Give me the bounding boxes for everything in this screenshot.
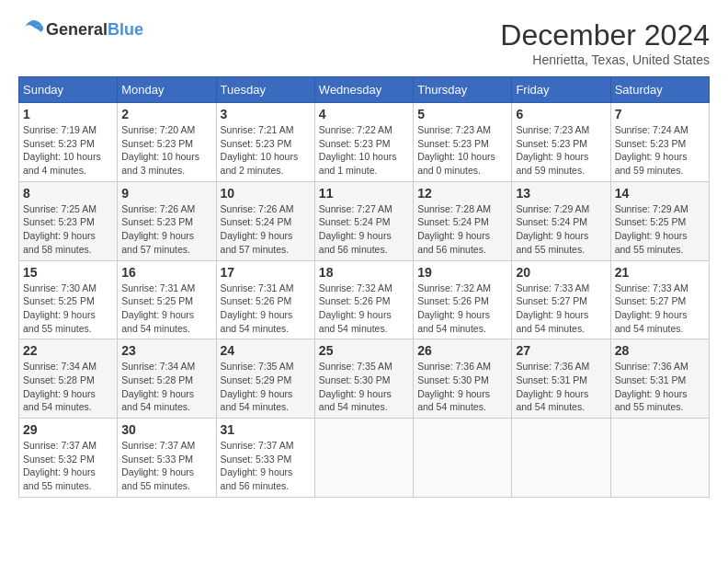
day-number: 6 (516, 107, 606, 121)
day-number: 26 (417, 343, 507, 358)
month-title: December 2024 (500, 18, 710, 52)
page-header: GeneralBlue December 2024 Henrietta, Tex… (18, 18, 710, 67)
calendar-cell: 14Sunrise: 7:29 AMSunset: 5:25 PMDayligh… (610, 181, 709, 260)
day-number: 3 (221, 107, 311, 121)
calendar-cell: 15Sunrise: 7:30 AMSunset: 5:25 PMDayligh… (19, 260, 118, 339)
day-info: Sunrise: 7:37 AMSunset: 5:33 PMDaylight:… (121, 439, 211, 493)
day-number: 19 (417, 265, 507, 280)
calendar-cell: 4Sunrise: 7:22 AMSunset: 5:23 PMDaylight… (314, 103, 413, 182)
day-info: Sunrise: 7:36 AMSunset: 5:30 PMDaylight:… (417, 360, 507, 414)
day-number: 28 (615, 343, 705, 358)
calendar-cell: 11Sunrise: 7:27 AMSunset: 5:24 PMDayligh… (314, 181, 413, 260)
calendar-cell: 24Sunrise: 7:35 AMSunset: 5:29 PMDayligh… (216, 339, 314, 419)
calendar-cell: 9Sunrise: 7:26 AMSunset: 5:23 PMDaylight… (118, 181, 216, 260)
calendar-cell: 25Sunrise: 7:35 AMSunset: 5:30 PMDayligh… (314, 339, 413, 419)
calendar-cell: 3Sunrise: 7:21 AMSunset: 5:23 PMDaylight… (216, 103, 314, 182)
col-header-wednesday: Wednesday (314, 77, 413, 103)
calendar-cell: 12Sunrise: 7:28 AMSunset: 5:24 PMDayligh… (414, 181, 512, 260)
day-info: Sunrise: 7:23 AMSunset: 5:23 PMDaylight:… (417, 123, 507, 178)
col-header-friday: Friday (512, 77, 610, 103)
calendar-cell (414, 419, 512, 498)
day-info: Sunrise: 7:32 AMSunset: 5:26 PMDaylight:… (319, 282, 409, 336)
calendar-header-row: SundayMondayTuesdayWednesdayThursdayFrid… (19, 77, 710, 103)
day-number: 17 (221, 265, 311, 280)
calendar-cell (512, 419, 610, 498)
day-number: 15 (23, 265, 113, 280)
day-info: Sunrise: 7:21 AMSunset: 5:23 PMDaylight:… (221, 123, 311, 178)
day-number: 23 (121, 343, 211, 358)
logo: GeneralBlue (18, 18, 143, 42)
day-info: Sunrise: 7:31 AMSunset: 5:25 PMDaylight:… (121, 282, 211, 336)
day-info: Sunrise: 7:31 AMSunset: 5:26 PMDaylight:… (221, 282, 311, 336)
day-info: Sunrise: 7:27 AMSunset: 5:24 PMDaylight:… (319, 202, 409, 257)
calendar-cell: 27Sunrise: 7:36 AMSunset: 5:31 PMDayligh… (512, 339, 610, 419)
day-info: Sunrise: 7:34 AMSunset: 5:28 PMDaylight:… (121, 360, 211, 414)
day-number: 5 (417, 107, 507, 121)
day-info: Sunrise: 7:24 AMSunset: 5:23 PMDaylight:… (615, 123, 705, 178)
day-number: 25 (319, 343, 409, 358)
day-info: Sunrise: 7:37 AMSunset: 5:33 PMDaylight:… (221, 439, 311, 493)
calendar-cell: 17Sunrise: 7:31 AMSunset: 5:26 PMDayligh… (216, 260, 314, 339)
calendar-cell: 29Sunrise: 7:37 AMSunset: 5:32 PMDayligh… (19, 419, 118, 498)
day-number: 1 (23, 107, 113, 121)
day-info: Sunrise: 7:36 AMSunset: 5:31 PMDaylight:… (516, 360, 606, 414)
day-info: Sunrise: 7:33 AMSunset: 5:27 PMDaylight:… (615, 282, 705, 336)
day-number: 13 (516, 186, 606, 201)
day-number: 7 (615, 107, 705, 121)
day-number: 10 (221, 186, 311, 201)
day-number: 14 (615, 186, 705, 201)
day-number: 20 (516, 265, 606, 280)
calendar-cell: 28Sunrise: 7:36 AMSunset: 5:31 PMDayligh… (610, 339, 709, 419)
day-info: Sunrise: 7:36 AMSunset: 5:31 PMDaylight:… (615, 360, 705, 414)
calendar-cell: 1Sunrise: 7:19 AMSunset: 5:23 PMDaylight… (19, 103, 118, 182)
day-number: 11 (319, 186, 409, 201)
day-number: 29 (23, 422, 113, 437)
day-info: Sunrise: 7:32 AMSunset: 5:26 PMDaylight:… (417, 282, 507, 336)
day-number: 24 (221, 343, 311, 358)
day-number: 12 (417, 186, 507, 201)
day-number: 22 (23, 343, 113, 358)
day-info: Sunrise: 7:22 AMSunset: 5:23 PMDaylight:… (319, 123, 409, 178)
calendar-table: SundayMondayTuesdayWednesdayThursdayFrid… (18, 76, 710, 498)
day-number: 2 (121, 107, 211, 121)
day-info: Sunrise: 7:20 AMSunset: 5:23 PMDaylight:… (121, 123, 211, 178)
day-number: 27 (516, 343, 606, 358)
calendar-cell: 8Sunrise: 7:25 AMSunset: 5:23 PMDaylight… (19, 181, 118, 260)
day-info: Sunrise: 7:35 AMSunset: 5:29 PMDaylight:… (221, 360, 311, 414)
title-block: December 2024 Henrietta, Texas, United S… (500, 18, 710, 67)
calendar-cell: 30Sunrise: 7:37 AMSunset: 5:33 PMDayligh… (118, 419, 216, 498)
logo-text-line1: GeneralBlue (46, 21, 143, 40)
calendar-cell: 31Sunrise: 7:37 AMSunset: 5:33 PMDayligh… (216, 419, 314, 498)
day-number: 18 (319, 265, 409, 280)
calendar-cell: 10Sunrise: 7:26 AMSunset: 5:24 PMDayligh… (216, 181, 314, 260)
calendar-cell: 7Sunrise: 7:24 AMSunset: 5:23 PMDaylight… (610, 103, 709, 182)
day-info: Sunrise: 7:37 AMSunset: 5:32 PMDaylight:… (23, 439, 113, 493)
calendar-week-3: 15Sunrise: 7:30 AMSunset: 5:25 PMDayligh… (19, 260, 710, 339)
col-header-thursday: Thursday (414, 77, 512, 103)
calendar-cell: 16Sunrise: 7:31 AMSunset: 5:25 PMDayligh… (118, 260, 216, 339)
day-info: Sunrise: 7:29 AMSunset: 5:24 PMDaylight:… (516, 202, 606, 257)
day-info: Sunrise: 7:35 AMSunset: 5:30 PMDaylight:… (319, 360, 409, 414)
day-number: 16 (121, 265, 211, 280)
day-info: Sunrise: 7:34 AMSunset: 5:28 PMDaylight:… (23, 360, 113, 414)
day-number: 9 (121, 186, 211, 201)
day-number: 31 (221, 422, 311, 437)
calendar-week-5: 29Sunrise: 7:37 AMSunset: 5:32 PMDayligh… (19, 419, 710, 498)
col-header-tuesday: Tuesday (216, 77, 314, 103)
day-number: 30 (121, 422, 211, 437)
col-header-sunday: Sunday (19, 77, 118, 103)
day-info: Sunrise: 7:26 AMSunset: 5:23 PMDaylight:… (121, 202, 211, 257)
calendar-week-4: 22Sunrise: 7:34 AMSunset: 5:28 PMDayligh… (19, 339, 710, 419)
calendar-cell: 19Sunrise: 7:32 AMSunset: 5:26 PMDayligh… (414, 260, 512, 339)
logo-icon (18, 18, 44, 39)
calendar-week-2: 8Sunrise: 7:25 AMSunset: 5:23 PMDaylight… (19, 181, 710, 260)
col-header-saturday: Saturday (610, 77, 709, 103)
calendar-cell: 26Sunrise: 7:36 AMSunset: 5:30 PMDayligh… (414, 339, 512, 419)
calendar-cell: 13Sunrise: 7:29 AMSunset: 5:24 PMDayligh… (512, 181, 610, 260)
day-info: Sunrise: 7:29 AMSunset: 5:25 PMDaylight:… (615, 202, 705, 257)
calendar-cell: 20Sunrise: 7:33 AMSunset: 5:27 PMDayligh… (512, 260, 610, 339)
calendar-cell: 2Sunrise: 7:20 AMSunset: 5:23 PMDaylight… (118, 103, 216, 182)
day-info: Sunrise: 7:26 AMSunset: 5:24 PMDaylight:… (221, 202, 311, 257)
calendar-cell: 23Sunrise: 7:34 AMSunset: 5:28 PMDayligh… (118, 339, 216, 419)
day-number: 4 (319, 107, 409, 121)
